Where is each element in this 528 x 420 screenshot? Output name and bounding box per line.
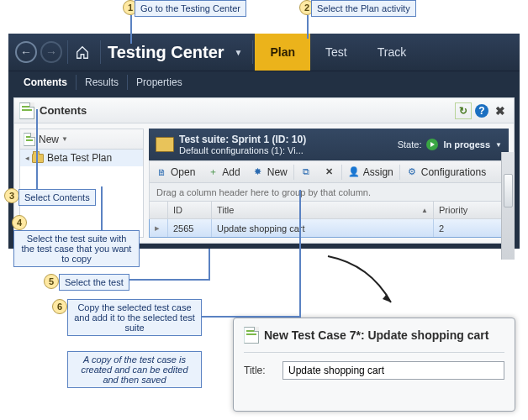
subtab-properties[interactable]: Properties xyxy=(128,75,191,90)
tab-test[interactable]: Test xyxy=(310,34,362,71)
delete-button[interactable]: ✕ xyxy=(318,161,341,182)
drag-column[interactable] xyxy=(150,202,168,218)
open-icon: 🗎 xyxy=(156,166,167,178)
test-grid-pane: Test suite: Sprint 1 (ID: 10) Default co… xyxy=(149,129,509,238)
add-icon: ＋ xyxy=(207,166,219,178)
inset-title: New Test Case 7*: Update shopping cart xyxy=(264,328,488,342)
callout-box-6: Copy the selected test case and add it t… xyxy=(67,299,202,336)
config-icon: ⚙ xyxy=(406,166,418,178)
brand-dropdown-icon[interactable]: ▼ xyxy=(230,48,251,57)
help-button[interactable]: ? xyxy=(475,104,488,118)
callout-num-4: 4 xyxy=(12,215,27,230)
callout-num-6: 6 xyxy=(52,299,67,314)
delete-icon: ✕ xyxy=(324,166,335,178)
cell-title: Update shopping cart xyxy=(212,219,434,237)
new-test-case-window: New Test Case 7*: Update shopping cart T… xyxy=(233,318,515,412)
subtab-results[interactable]: Results xyxy=(77,75,128,90)
refresh-button[interactable]: ↻ xyxy=(455,102,472,119)
arrow-icon xyxy=(319,252,420,319)
callout-box-1: Go to the Testing Center xyxy=(135,0,246,17)
tree-item-label: Beta Test Plan xyxy=(47,152,112,164)
panel-title: Contents xyxy=(40,104,87,117)
test-plan-tree: New ▼ ◂ Beta Test Plan xyxy=(19,129,144,238)
contents-panel: Contents ↻ ? ✖ New ▼ ◂ Beta Test Plan xyxy=(13,97,515,244)
copy-button[interactable]: ⧉ xyxy=(294,161,318,182)
state-value[interactable]: In progess xyxy=(443,139,490,150)
suite-header: Test suite: Sprint 1 (ID: 10) Default co… xyxy=(149,129,509,160)
close-button[interactable]: ✖ xyxy=(492,102,509,119)
new-dropdown-icon[interactable]: ▼ xyxy=(61,135,68,143)
new-item-icon xyxy=(24,133,35,146)
suite-subtitle: Default configurations (1): Vi... xyxy=(179,145,306,155)
grid-header: ID Title▲ Priority xyxy=(149,201,509,219)
state-label: State: xyxy=(398,139,422,150)
callout-box-3: Select Contents xyxy=(18,189,96,206)
add-button[interactable]: ＋Add xyxy=(201,161,246,182)
callout-box-5: Select the test xyxy=(59,274,129,291)
grid-toolbar: 🗎Open ＋Add ✸New ⧉ ✕ 👤Assign ⚙Configurati… xyxy=(149,160,509,182)
document-icon xyxy=(19,102,34,119)
configurations-button[interactable]: ⚙Configurations xyxy=(400,161,492,182)
folder-icon xyxy=(32,154,44,163)
assign-button[interactable]: 👤Assign xyxy=(342,161,399,182)
vertical-scrollbar[interactable] xyxy=(501,152,515,260)
open-button[interactable]: 🗎Open xyxy=(150,161,201,182)
callout-box-2: Select the Plan activity xyxy=(311,0,416,17)
home-button[interactable] xyxy=(71,41,93,63)
cell-id: 2565 xyxy=(168,219,212,237)
table-row[interactable]: ▸ 2565 Update shopping cart 2 xyxy=(149,219,509,238)
brand-title[interactable]: Testing Center xyxy=(103,43,230,62)
col-priority[interactable]: Priority xyxy=(434,202,508,218)
titlebar: ← → Testing Center ▼ Plan Test Track xyxy=(8,34,520,71)
cell-priority: 2 xyxy=(434,219,508,237)
callout-box-4: Select the test suite with the test case… xyxy=(13,230,140,267)
twisty-icon[interactable]: ◂ xyxy=(25,154,29,162)
sort-asc-icon: ▲ xyxy=(421,207,428,214)
tree-item-beta-test-plan[interactable]: ◂ Beta Test Plan xyxy=(20,150,143,166)
suite-folder-icon xyxy=(156,137,174,152)
suite-title: Test suite: Sprint 1 (ID: 10) xyxy=(179,134,306,145)
state-dropdown-icon[interactable]: ▼ xyxy=(495,141,502,149)
group-hint: Drag a column header here to group by th… xyxy=(149,182,509,201)
app-window: ← → Testing Center ▼ Plan Test Track Con… xyxy=(8,34,520,249)
nav-forward-button[interactable]: → xyxy=(40,41,62,63)
subtab-bar: Contents Results Properties xyxy=(8,71,520,92)
col-title[interactable]: Title▲ xyxy=(212,202,434,218)
scrollbar-thumb[interactable] xyxy=(504,174,513,207)
new-icon: ✸ xyxy=(252,166,264,178)
home-icon xyxy=(75,45,90,60)
callout-num-5: 5 xyxy=(44,274,59,289)
document-icon xyxy=(244,327,259,344)
copy-icon: ⧉ xyxy=(300,166,312,178)
new-test-button[interactable]: ✸New xyxy=(246,161,293,182)
title-input[interactable] xyxy=(282,361,504,380)
panel-header: Contents ↻ ? ✖ xyxy=(14,98,514,123)
row-handle-icon[interactable]: ▸ xyxy=(150,219,168,237)
callout-num-3: 3 xyxy=(4,188,19,203)
tab-track[interactable]: Track xyxy=(362,34,421,71)
col-id[interactable]: ID xyxy=(168,202,212,218)
assign-icon: 👤 xyxy=(348,166,360,178)
new-button[interactable]: New xyxy=(39,134,59,145)
subtab-contents[interactable]: Contents xyxy=(15,75,77,90)
nav-back-button[interactable]: ← xyxy=(15,41,37,63)
title-field-label: Title: xyxy=(244,365,282,376)
tab-plan[interactable]: Plan xyxy=(255,34,310,71)
callout-note: A copy of the test case is created and c… xyxy=(67,351,202,388)
state-play-icon xyxy=(426,139,438,150)
